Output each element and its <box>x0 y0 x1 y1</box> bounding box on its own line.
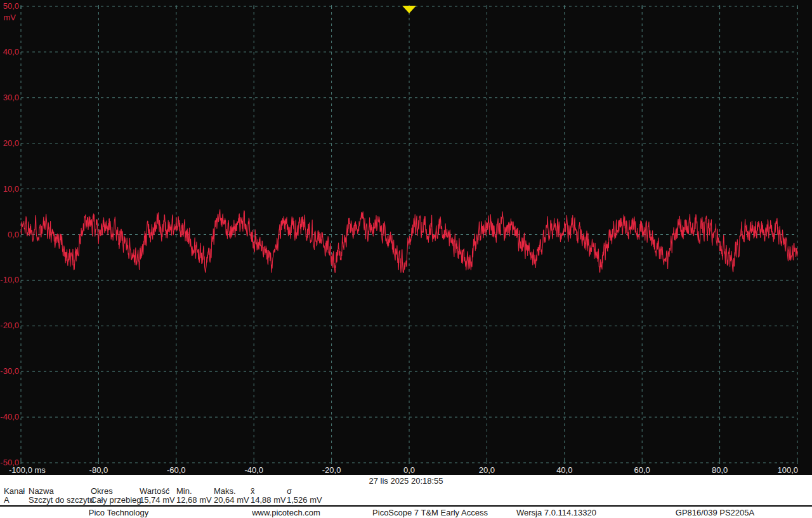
y-tick-label: 20,0 <box>3 138 19 148</box>
x-tick-label: 20,0 <box>479 465 495 475</box>
x-tick-label: 60,0 <box>634 465 650 475</box>
capture-datetime: 27 lis 2025 20:18:55 <box>0 476 812 486</box>
x-tick-label: -20,0 <box>322 465 341 475</box>
trigger-marker-icon[interactable] <box>402 6 416 13</box>
measurement-value: 20,64 mV <box>214 495 249 505</box>
y-tick-label: -30,0 <box>0 366 19 376</box>
footer-divider <box>0 505 812 507</box>
footer-item: Wersja 7.0.114.13320 <box>516 508 596 517</box>
measurement-header: Kanał <box>4 486 25 496</box>
measurement-header: Wartość <box>140 486 169 496</box>
measurement-header: Maks. <box>214 486 236 496</box>
x-tick-label: -100,0 ms <box>9 465 46 475</box>
measurements-value-row: ASzczyt do szczytuCały przebieg15,74 mV1… <box>0 495 812 504</box>
measurement-value: Cały przebieg <box>91 495 141 505</box>
grid <box>21 6 797 463</box>
y-tick-label: 0,0 <box>8 230 19 239</box>
x-tick-label: -60,0 <box>167 465 186 475</box>
x-tick-label: 40,0 <box>556 465 572 475</box>
measurement-header: x̄ <box>251 486 255 496</box>
x-tick-label: 80,0 <box>712 465 728 475</box>
measurement-value: 12,68 mV <box>176 495 212 505</box>
measurement-value: 1,526 mV <box>287 495 322 505</box>
measurement-header: σ <box>287 486 292 496</box>
footer-item[interactable]: www.picotech.com <box>252 508 320 517</box>
scope-view[interactable]: 50,040,030,020,010,00,0-10,0-20,0-30,0-4… <box>0 0 812 475</box>
measurement-value: 15,74 mV <box>140 495 175 505</box>
y-tick-label: 40,0 <box>3 47 19 56</box>
footer-item: GP816/039 PS2205A <box>676 508 754 517</box>
footer-row: Pico Technologywww.picotech.comPicoScope… <box>0 508 812 517</box>
footer-item: Pico Technology <box>89 508 148 517</box>
y-axis-labels: 50,040,030,020,010,00,0-10,0-20,0-30,0-4… <box>0 1 19 467</box>
x-tick-label: 100,0 <box>777 465 798 475</box>
measurement-value: A <box>4 495 10 505</box>
y-tick-label: 10,0 <box>3 184 19 194</box>
measurements-header-row: KanałNazwaOkresWartośćMin.Maks.x̄σ <box>0 486 812 495</box>
x-tick-label: -40,0 <box>244 465 263 475</box>
measurement-header: Nazwa <box>29 486 54 496</box>
y-tick-label: 50,0 <box>3 1 19 11</box>
y-tick-label: -10,0 <box>0 275 19 284</box>
measurement-header: Min. <box>176 486 192 496</box>
y-axis-unit: mV <box>4 13 16 22</box>
y-tick-label: -40,0 <box>0 412 19 422</box>
x-axis-labels: -100,0 ms-80,0-60,0-40,0-20,00,020,040,0… <box>9 465 798 475</box>
x-tick-label: -80,0 <box>89 465 108 475</box>
measurement-value: Szczyt do szczytu <box>29 495 94 505</box>
footer-item: PicoScope 7 T&M Early Access <box>372 508 488 517</box>
picoscope-page: 50,040,030,020,010,00,0-10,0-20,0-30,0-4… <box>0 0 812 518</box>
y-tick-label: 30,0 <box>3 93 19 102</box>
measurement-header: Okres <box>91 486 113 496</box>
measurement-value: 14,88 mV <box>251 495 286 505</box>
x-tick-label: 0,0 <box>403 465 415 475</box>
status-panel: 27 lis 2025 20:18:55 KanałNazwaOkresWart… <box>0 475 812 518</box>
y-tick-label: -20,0 <box>0 321 19 330</box>
